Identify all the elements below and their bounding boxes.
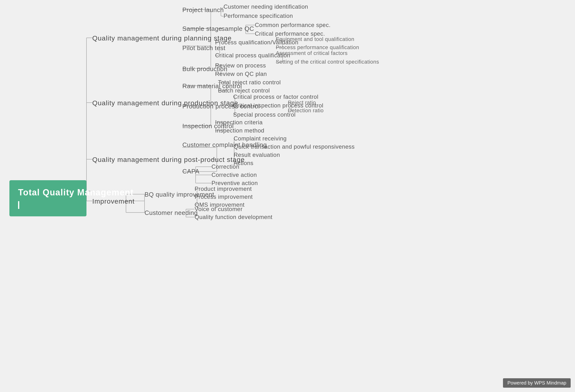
review-on-process: Review on process (215, 62, 266, 69)
product-improvement: Product improvement (195, 186, 252, 192)
common-perf-spec: Common performance spec. (255, 22, 331, 28)
critical-proc-factor: Critical process or factor control (233, 94, 318, 100)
assessment-critical: Assessment of critical factors (276, 50, 348, 56)
planning-label: Quality management during planning stage (92, 34, 232, 42)
equip-tool-qual: Equipment and tool qualification (276, 36, 354, 42)
svg-line-13 (221, 16, 224, 16)
sample-stage: Sample stage (182, 25, 222, 32)
corrective-action: Corrective action (212, 172, 257, 178)
l1-planning: Quality management during planning stage (92, 34, 232, 42)
reject-ratio: Reject ratio (288, 99, 316, 106)
quality-func-dev: Quality function development (195, 214, 272, 220)
performance-spec: Performance specification (224, 13, 293, 19)
review-on-qc-plan: Review on QC plan (215, 71, 267, 77)
powered-by: Powered by WPS Mindmap (503, 378, 571, 388)
l1-improvement: Improvement (92, 197, 135, 205)
inspection-criteria: Inspection criteria (215, 119, 263, 126)
project-launch: Project launch (182, 6, 224, 14)
voice-of-customer: Voice of customer (195, 206, 242, 213)
customer-needing: Customer needing (144, 209, 198, 217)
setting-critical-ctrl: Setting of the critical control specific… (276, 59, 379, 65)
total-reject-ratio: Total reject ratio control (218, 79, 281, 86)
mindmap-container: Total Quality Management Quality managem… (0, 0, 575, 392)
quick-transaction: Quick transaction and powful responsiven… (234, 143, 355, 150)
process-perf-qual: Process performance qualification (276, 44, 359, 50)
process-improvement: Process improvement (195, 194, 253, 200)
post-product-label: Quality management during post-product s… (92, 156, 245, 163)
complaint-receiving: Complaint receiving (234, 135, 287, 142)
capa: CAPA (182, 168, 199, 175)
batch-reject-ctrl: Batch reject control (218, 87, 270, 94)
root-label: Total Quality Management (18, 187, 134, 197)
correction: Correction (212, 163, 240, 170)
improvement-label: Improvement (92, 197, 135, 205)
result-evaluation: Result evaluation (234, 151, 280, 158)
customer-needing-id: Customer needing identification (224, 3, 308, 10)
sample-qc: sample QC (222, 25, 254, 32)
special-proc-ctrl: Special process control (233, 111, 296, 118)
inspection-method: Inspection method (215, 127, 264, 134)
l1-post-product: Quality management during post-product s… (92, 156, 245, 164)
cursor-icon (18, 201, 19, 209)
root-node: Total Quality Management (9, 180, 87, 216)
